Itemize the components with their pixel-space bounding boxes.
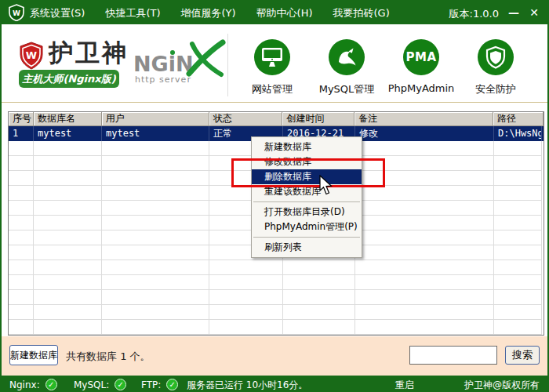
empty-cell [494,171,542,186]
col-path[interactable]: 路径 [493,112,544,126]
empty-cell [102,230,209,245]
empty-cell [34,186,102,201]
empty-cell [494,216,542,230]
empty-cell [34,275,102,290]
empty-cell [209,290,283,305]
empty-cell [9,216,34,230]
empty-cell [283,275,355,290]
svg-text:W: W [26,49,37,61]
empty-cell [209,305,283,320]
empty-cell [355,275,494,290]
empty-cell [355,305,494,320]
empty-cell [9,275,34,290]
col-index[interactable]: 序号 [9,112,34,126]
new-database-button[interactable]: 新建数据库 [9,345,58,365]
empty-cell [34,320,102,335]
col-database-name[interactable]: 数据库名 [34,112,102,126]
context-menu-item-new-database[interactable]: 新建数据库 [252,140,362,154]
empty-cell [9,260,34,275]
menu-value-added-services[interactable]: 增值服务(Y) [181,6,236,20]
menu-separator [253,201,360,202]
empty-cell [102,171,209,186]
empty-cell [494,245,542,260]
context-menu-item-open-database-directory[interactable]: 打开数据库目录(D) [252,205,362,220]
empty-cell [34,171,102,186]
col-status[interactable]: 状态 [209,112,283,126]
empty-cell [34,245,102,260]
empty-cell [9,186,34,201]
menu-separator [253,237,360,238]
empty-cell [9,141,34,156]
app-window: W 系统设置(S)快捷工具(T)增值服务(Y)帮助中心(H)我要拍砖(G) 版本… [0,0,549,392]
copyright-text: 护卫神@版权所有 [464,379,540,392]
table-header-row: 序号数据库名用户状态创建时间备注路径 [9,112,544,126]
ftp-status: FTP:✓ [141,376,178,392]
empty-cell [283,305,355,320]
menu-feedback[interactable]: 我要拍砖(G) [333,6,390,20]
empty-cell [34,201,102,216]
context-menu-item-phpmyadmin-manage[interactable]: PhpMyAdmin管理(P) [252,220,362,234]
empty-cell [102,245,209,260]
context-menu-item-refresh-list[interactable]: 刷新列表 [252,240,362,255]
context-menu: 新建数据库修改数据库删除数据库重建该数据库打开数据库目录(D)PhpMyAdmi… [251,136,362,258]
empty-cell [494,230,542,245]
nginx-subtitle: http server [135,74,191,85]
shortcut-security-protection[interactable]: 安全防护 [462,39,529,96]
empty-cell [102,290,209,305]
empty-cell [355,230,494,245]
col-created-time[interactable]: 创建时间 [282,112,354,126]
empty-cell [355,245,494,260]
search-input[interactable] [409,346,497,365]
empty-cell [355,320,494,335]
shortcut-website-management[interactable]: 网站管理 [238,39,306,96]
minimize-button[interactable]: — [507,5,521,20]
empty-cell [355,141,494,156]
search-button[interactable]: 搜索 [505,346,540,365]
restart-link[interactable]: 重启 [395,379,414,392]
empty-cell [209,275,283,290]
empty-cell [9,156,34,171]
empty-cell [34,305,102,320]
empty-cell [102,275,209,290]
empty-cell [494,290,542,305]
shortcut-mysql-management[interactable]: MySQL管理 [313,39,380,96]
mysql-status: MySQL:✓ [74,376,126,392]
nginx-status-label: Nginx: [9,379,40,390]
security-shield-icon [478,39,514,75]
empty-cell [102,186,209,201]
empty-cell [34,216,102,230]
empty-cell [9,171,34,186]
ftp-status-label: FTP: [141,379,161,390]
database-count-text: 共有数据库 1 个。 [66,350,151,364]
nginx-status: Nginx:✓ [9,376,57,392]
empty-cell [9,320,34,335]
empty-cell [34,141,102,156]
empty-cell [494,141,542,156]
empty-cell [9,201,34,216]
header-bottom-line [2,102,547,103]
table-empty-row [9,290,544,305]
pma-label: PMA [405,50,436,64]
empty-cell [355,186,494,201]
empty-cell [102,260,209,275]
empty-cell [494,305,542,320]
empty-cell [283,320,355,335]
cell-col-remark: 修改 [355,126,494,141]
empty-cell [102,320,209,335]
shortcut-phpmyadmin[interactable]: PMAPhpMyAdmin [387,39,455,94]
empty-cell [494,260,542,275]
pma-icon: PMA [403,39,439,75]
empty-cell [34,290,102,305]
cell-col-user: mytest [102,126,209,141]
menu-system-settings[interactable]: 系统设置(S) [30,6,85,20]
mouse-cursor-icon [318,175,334,200]
col-remark[interactable]: 备注 [354,112,493,126]
menu-help-center[interactable]: 帮助中心(H) [256,6,313,20]
menu-quick-tools[interactable]: 快捷工具(T) [105,6,160,20]
empty-cell [102,216,209,230]
col-user[interactable]: 用户 [102,112,209,126]
close-button[interactable]: ✕ [527,5,541,20]
cell-col-index: 1 [9,126,34,141]
empty-cell [9,305,34,320]
shortcut-label: 安全防护 [462,82,529,96]
